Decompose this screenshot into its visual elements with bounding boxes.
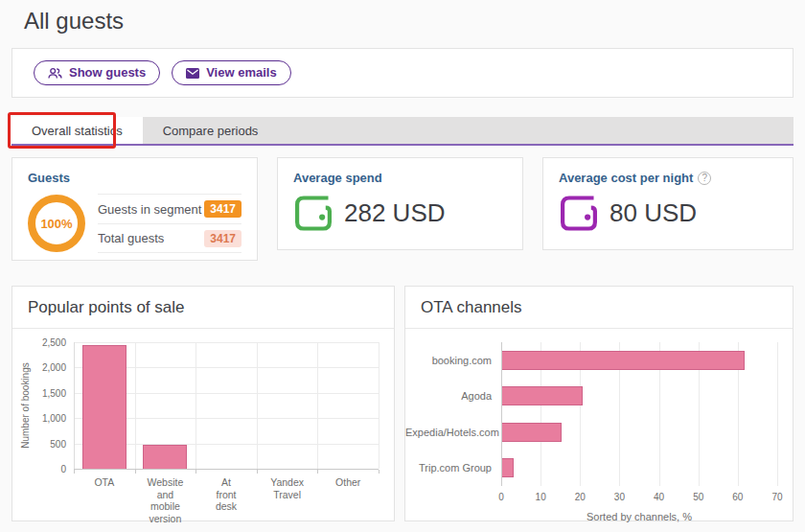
x-tick-label: 20 [565, 492, 594, 502]
show-guests-button[interactable]: Show guests [34, 60, 160, 85]
ota-channels-title: OTA channels [405, 287, 793, 329]
guests-donut-chart: 100% [28, 195, 85, 252]
people-icon [48, 67, 62, 80]
average-cost-title-text: Average cost per night [559, 171, 693, 185]
grid-line [379, 342, 380, 469]
popular-points-of-sale-title: Popular points of sale [12, 287, 394, 329]
charts-row: Popular points of sale Number of booking… [12, 286, 794, 521]
wallet-icon [293, 194, 334, 233]
tab-overall-statistics[interactable]: Overall statistics [12, 117, 143, 144]
average-cost-row: 80 USD [559, 194, 777, 233]
wallet-icon [559, 194, 599, 233]
stats-row: Guests 100% Guests in segment 3417 Total… [12, 157, 794, 261]
y-axis-label: Number of bookings [20, 342, 32, 469]
grid-line [135, 342, 136, 469]
x-tick-label: 60 [724, 492, 752, 502]
bar-agoda[interactable] [502, 386, 583, 405]
vertical-bar-plot-area: 05001,0001,5002,0002,500OTAWebsiteandmob… [74, 342, 379, 469]
grid-line [777, 342, 778, 486]
category-label: Trip.com Group [405, 462, 492, 474]
category-label: booking.com [405, 355, 492, 366]
x-tick-label: 10 [526, 492, 555, 502]
y-tick-label: 2,500 [20, 337, 66, 348]
grid-line [317, 342, 318, 469]
tab-bar: Overall statistics Compare periods [12, 117, 794, 146]
ota-channels-chart: 010203040506070booking.comAgodaExpedia/H… [405, 329, 793, 522]
actions-panel: Show guests View emails [12, 48, 794, 98]
y-tick-label: 1,500 [20, 388, 66, 399]
x-axis-tick [135, 470, 136, 474]
x-axis-tick [379, 470, 380, 474]
category-label: Agoda [405, 390, 492, 402]
average-spend-title: Average spend [293, 171, 507, 185]
x-tick-label: 50 [684, 492, 713, 502]
x-tick-label: 40 [645, 492, 674, 502]
category-label: OTA [74, 476, 135, 489]
average-cost-title: Average cost per night ? [559, 171, 777, 185]
x-axis-tick [317, 470, 318, 474]
average-spend-row: 282 USD [293, 194, 507, 233]
guests-card-title: Guests [28, 171, 242, 185]
average-cost-value: 80 USD [610, 198, 697, 228]
page-title: All guests [24, 8, 805, 35]
x-axis-tick [257, 470, 258, 474]
view-emails-button[interactable]: View emails [172, 60, 290, 85]
category-label: Atfrontdesk [196, 476, 257, 513]
x-axis-tick [196, 470, 196, 474]
show-guests-label: Show guests [69, 65, 146, 81]
bar-expedia-hotels-com[interactable] [502, 423, 562, 442]
y-tick-label: 0 [20, 464, 66, 474]
total-guests-row: Total guests 3417 [98, 223, 242, 253]
view-emails-label: View emails [206, 65, 276, 81]
grid-line [74, 342, 379, 343]
y-tick-label: 1,000 [20, 413, 66, 424]
average-spend-card: Average spend 282 USD [277, 157, 523, 250]
popular-points-of-sale-card: Popular points of sale Number of booking… [12, 286, 395, 521]
x-tick-label: 30 [605, 492, 633, 502]
total-guests-badge: 3417 [204, 230, 242, 247]
category-label: Websiteandmobileversion [135, 476, 196, 524]
envelope-icon [186, 68, 199, 79]
popular-points-of-sale-chart: Number of bookings 05001,0001,5002,0002,… [12, 329, 394, 522]
horizontal-bar-plot-area: 010203040506070booking.comAgodaExpedia/H… [501, 342, 777, 486]
guests-in-segment-row: Guests in segment 3417 [98, 194, 242, 223]
average-cost-card: Average cost per night ? 80 USD [542, 157, 794, 250]
guests-in-segment-badge: 3417 [204, 200, 242, 218]
grid-line [196, 342, 196, 469]
bar-booking-com[interactable] [502, 351, 745, 370]
y-tick-label: 2,000 [20, 362, 66, 373]
bar-website-and-mobile-version[interactable] [143, 445, 187, 469]
category-label: YandexTravel [257, 476, 318, 500]
x-tick-label: 0 [487, 492, 516, 502]
help-icon[interactable]: ? [698, 172, 711, 185]
bar-trip-com-group[interactable] [502, 458, 514, 477]
y-tick-label: 500 [20, 439, 66, 450]
average-spend-value: 282 USD [344, 198, 446, 228]
grid-line [257, 342, 258, 469]
guests-rows: Guests in segment 3417 Total guests 3417 [98, 194, 242, 253]
page: All guests Show guests View emails [0, 8, 805, 521]
guests-card-content: 100% Guests in segment 3417 Total guests… [28, 194, 242, 253]
x-axis-label: Sorted by channels, % [501, 511, 777, 522]
ota-channels-card: OTA channels 010203040506070booking.comA… [404, 286, 794, 521]
guests-card: Guests 100% Guests in segment 3417 Total… [12, 157, 258, 261]
guests-donut-percent: 100% [40, 217, 72, 231]
x-tick-label: 70 [763, 492, 792, 502]
x-axis-tick [74, 470, 75, 474]
y-axis-line [74, 342, 75, 469]
guests-in-segment-label: Guests in segment [98, 202, 201, 217]
tab-compare-periods[interactable]: Compare periods [143, 117, 279, 144]
bar-ota[interactable] [82, 345, 126, 469]
category-label: Other [317, 476, 379, 489]
total-guests-label: Total guests [98, 231, 164, 245]
category-label: Expedia/Hotels.com [405, 427, 492, 438]
x-axis-line [74, 469, 379, 470]
